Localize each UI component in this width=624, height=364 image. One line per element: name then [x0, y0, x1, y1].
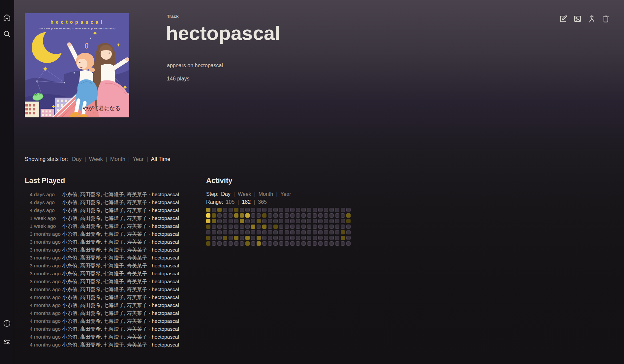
- artist-link[interactable]: 小糸侑: [62, 247, 78, 253]
- activity-cell[interactable]: [273, 236, 278, 240]
- artist-link[interactable]: 高田憂希: [80, 342, 101, 348]
- activity-cell[interactable]: [234, 236, 238, 240]
- step-option-week[interactable]: Week: [238, 191, 251, 197]
- album-link[interactable]: hectopascal: [195, 63, 223, 68]
- activity-cell[interactable]: [257, 236, 261, 240]
- activity-cell[interactable]: [251, 241, 255, 246]
- artist-link[interactable]: 七海燈子: [104, 326, 124, 332]
- artist-link[interactable]: 高田憂希: [80, 223, 101, 229]
- activity-cell[interactable]: [285, 225, 289, 229]
- activity-cell[interactable]: [251, 208, 255, 212]
- activity-cell[interactable]: [217, 236, 222, 240]
- artist-link[interactable]: 寿美菜子: [127, 271, 147, 276]
- track-link[interactable]: hectopascal: [152, 239, 179, 245]
- activity-cell[interactable]: [318, 208, 323, 212]
- artist-link[interactable]: 七海燈子: [104, 263, 124, 268]
- activity-cell[interactable]: [296, 213, 300, 218]
- artist-link[interactable]: 寿美菜子: [127, 192, 147, 197]
- track-link[interactable]: hectopascal: [152, 263, 179, 268]
- activity-cell[interactable]: [240, 225, 244, 229]
- activity-cell[interactable]: [212, 225, 216, 229]
- activity-cell[interactable]: [229, 230, 233, 234]
- activity-cell[interactable]: [290, 241, 295, 246]
- activity-cell[interactable]: [273, 213, 278, 218]
- activity-cell[interactable]: [346, 236, 351, 240]
- artist-link[interactable]: 寿美菜子: [127, 231, 147, 237]
- activity-cell[interactable]: [212, 213, 216, 218]
- image-icon[interactable]: [573, 15, 582, 23]
- artist-link[interactable]: 寿美菜子: [127, 239, 147, 245]
- activity-cell[interactable]: [273, 225, 278, 229]
- activity-cell[interactable]: [346, 241, 351, 246]
- activity-cell[interactable]: [229, 225, 233, 229]
- artist-link[interactable]: 高田憂希: [80, 302, 101, 308]
- artist-link[interactable]: 小糸侑: [62, 192, 78, 197]
- activity-cell[interactable]: [313, 225, 317, 229]
- track-link[interactable]: hectopascal: [152, 318, 179, 324]
- artist-link[interactable]: 小糸侑: [62, 318, 78, 324]
- artist-link[interactable]: 寿美菜子: [127, 279, 147, 284]
- activity-cell[interactable]: [251, 213, 255, 218]
- artist-link[interactable]: 寿美菜子: [127, 334, 147, 340]
- activity-cell[interactable]: [346, 213, 351, 218]
- track-link[interactable]: hectopascal: [152, 223, 179, 229]
- activity-cell[interactable]: [223, 225, 227, 229]
- home-icon[interactable]: [3, 13, 11, 22]
- artist-link[interactable]: 小糸侑: [62, 302, 78, 308]
- search-icon[interactable]: [3, 30, 11, 38]
- activity-cell[interactable]: [285, 241, 289, 246]
- activity-cell[interactable]: [212, 236, 216, 240]
- activity-cell[interactable]: [296, 225, 300, 229]
- artist-link[interactable]: 高田憂希: [80, 318, 101, 324]
- activity-cell[interactable]: [212, 241, 216, 246]
- activity-cell[interactable]: [273, 208, 278, 212]
- activity-cell[interactable]: [324, 230, 328, 234]
- activity-cell[interactable]: [245, 208, 250, 212]
- activity-cell[interactable]: [329, 219, 334, 223]
- artist-link[interactable]: 高田憂希: [80, 239, 101, 245]
- activity-cell[interactable]: [234, 230, 238, 234]
- track-link[interactable]: hectopascal: [152, 215, 179, 221]
- activity-cell[interactable]: [257, 225, 261, 229]
- activity-cell[interactable]: [262, 219, 266, 223]
- artist-link[interactable]: 寿美菜子: [127, 294, 147, 300]
- artist-link[interactable]: 小糸侑: [62, 207, 78, 213]
- activity-cell[interactable]: [346, 230, 351, 234]
- artist-link[interactable]: 七海燈子: [104, 294, 124, 300]
- activity-cell[interactable]: [245, 241, 250, 246]
- activity-cell[interactable]: [285, 208, 289, 212]
- activity-cell[interactable]: [273, 241, 278, 246]
- activity-cell[interactable]: [324, 241, 328, 246]
- activity-cell[interactable]: [341, 213, 345, 218]
- activity-cell[interactable]: [301, 241, 306, 246]
- activity-cell[interactable]: [285, 219, 289, 223]
- activity-cell[interactable]: [279, 241, 283, 246]
- artist-link[interactable]: 高田憂希: [80, 247, 101, 253]
- activity-cell[interactable]: [229, 241, 233, 246]
- activity-cell[interactable]: [335, 213, 339, 218]
- activity-cell[interactable]: [318, 225, 323, 229]
- activity-cell[interactable]: [245, 213, 250, 218]
- activity-cell[interactable]: [262, 236, 266, 240]
- artist-link[interactable]: 小糸侑: [62, 239, 78, 245]
- activity-cell[interactable]: [223, 236, 227, 240]
- artist-link[interactable]: 寿美菜子: [127, 263, 147, 268]
- artist-link[interactable]: 七海燈子: [104, 342, 124, 348]
- activity-cell[interactable]: [273, 230, 278, 234]
- artist-link[interactable]: 小糸侑: [62, 334, 78, 340]
- activity-cell[interactable]: [212, 219, 216, 223]
- artist-link[interactable]: 七海燈子: [104, 231, 124, 237]
- activity-cell[interactable]: [335, 230, 339, 234]
- activity-cell[interactable]: [296, 241, 300, 246]
- settings-icon[interactable]: [3, 338, 11, 346]
- activity-cell[interactable]: [324, 213, 328, 218]
- activity-cell[interactable]: [240, 241, 244, 246]
- artist-link[interactable]: 七海燈子: [104, 310, 124, 316]
- activity-cell[interactable]: [341, 219, 345, 223]
- activity-cell[interactable]: [217, 241, 222, 246]
- activity-cell[interactable]: [217, 230, 222, 234]
- artist-link[interactable]: 寿美菜子: [127, 199, 147, 205]
- activity-cell[interactable]: [341, 236, 345, 240]
- activity-cell[interactable]: [262, 230, 266, 234]
- activity-cell[interactable]: [313, 213, 317, 218]
